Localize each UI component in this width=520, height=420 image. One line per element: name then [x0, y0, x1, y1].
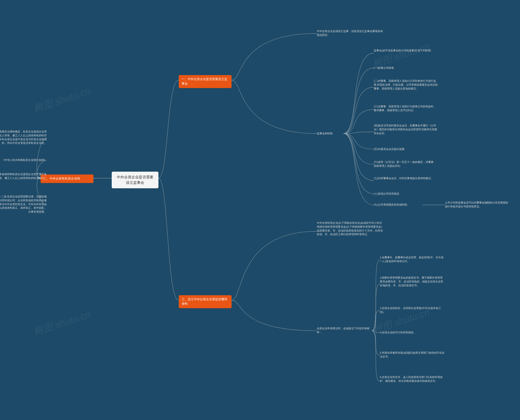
branch1-intro: 中外合资企业必须设立监事，但是否设立监事会要视具体情况而定。 — [317, 30, 384, 37]
doc-5: 5.外国合营者所在国(或地区)政府主管部门发给的开业合法证书。 — [380, 351, 445, 359]
power-9-extra: 上市公司的监事会还可以对董事会编制的公司定期报告进行审核并提出书面审核意见。 — [445, 201, 510, 209]
branch-3[interactable]: 三、设立中外合资企业需提交哪些资料 — [179, 295, 232, 308]
doc-3: 3.合营企业的协议、合同和企业章程(中外文副本各三份)。 — [380, 306, 445, 314]
power-1: (一)检查公司财务; — [374, 66, 439, 70]
branch-1[interactable]: 一、中外合资企业是否需要设立监事会 — [179, 75, 232, 88]
branch3-intro: 中外合资经营企业(以下简称合营企业)必须在中华人民共和国外国投资管理委员会(以下… — [317, 221, 384, 236]
branch1-sub-label: 监事会的职权 — [317, 132, 343, 135]
branch2-leaf-4: 第二十二条 私营企业按照国家法律、法规的规定，可以同外国公司、企业和其他经济组织… — [0, 195, 47, 214]
power-5: (五)向股东会会议提出提案; — [374, 147, 439, 151]
watermark: 树图 shutu.cn — [32, 308, 92, 338]
doc-4: 4.合营企业的可行性研究报告。 — [380, 331, 445, 335]
branch-2[interactable]: 二、中外合资有私营企业吗 — [41, 174, 93, 183]
power-7: (七)列席董事会会议，对所议事项提出质询和建议; — [374, 177, 439, 180]
power-8: (八)发现公司经营情况 — [374, 192, 439, 196]
branch2-leaf-1: 依据我国相关法律的规定，私营企业是指企业资产属于私人所有、雇工八人以上的营利性的… — [0, 130, 47, 145]
branch2-leaf-3: 第二条 本条例所称私营企业是指企业资产属于私人所有、雇工八人以上的营利性的经济组… — [0, 172, 47, 180]
branch3-sub-label: 合营企业申请登记时，必须提交下列证件和材料： — [317, 327, 372, 334]
power-4: (四)提议召开临时股东会会议，在董事会不履行《公司法》规定的召集和主持股东会会议… — [374, 124, 439, 135]
power-0: 监事会(或不设监事会的公司的监事)行使下列职权: — [374, 49, 439, 52]
root-node[interactable]: 中外合资企业是否需要设立监事会 — [112, 172, 158, 188]
watermark: 树图 shutu.cn — [32, 85, 92, 115]
power-9: (九)公司章程规定的其他职权。 — [374, 203, 420, 207]
branch2-leaf-2: 《中华人民共和国私营企业暂行条例》 — [0, 158, 47, 162]
power-6: (六)依照《公司法》第一百五十一条的规定，对董事、高级管理人员提起诉讼; — [374, 160, 439, 168]
watermark: 树图 shutu.cn — [371, 40, 431, 71]
doc-6: 6.合营企业所在市、县人民政府有关部门出具的环境保护、城市建设、供水供电等建设条… — [380, 375, 445, 383]
power-2: (二)对董事、高级管理人员执行公司职务的行为进行监督,对违反法律、行政法规、公司… — [374, 79, 439, 90]
power-3: (三)当董事、高级管理人员的行为损害公司的利益时，要求董事、高级管理人员予以纠正… — [374, 105, 439, 112]
doc-2: 2.国家外资管理委员会的批准证书。属于国家外资管理委员会委托省、市、自治区审批的… — [380, 276, 445, 287]
doc-1: 1.由董事长、副董事长或总经理、副总经理(中、外方各一人)签发的申请登记书。 — [380, 256, 445, 263]
